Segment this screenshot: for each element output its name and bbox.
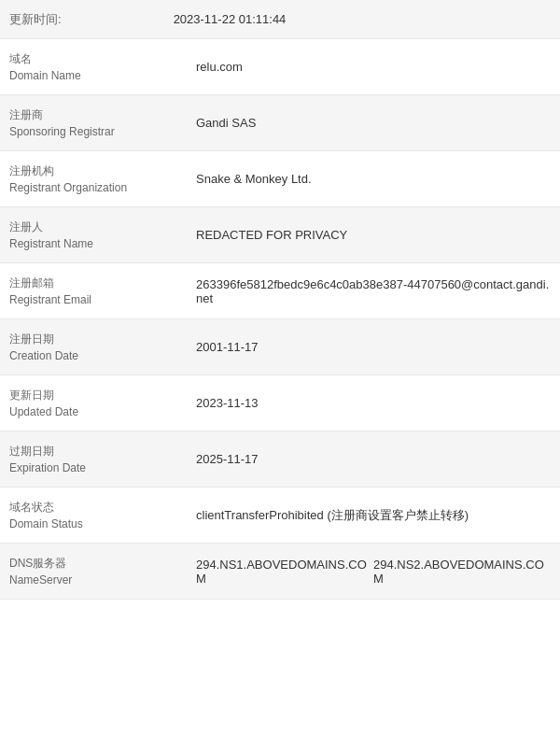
label-zh-registrant-email: 注册邮箱: [9, 276, 177, 291]
value-cell-registrant-name: REDACTED FOR PRIVACY: [187, 207, 560, 262]
label-en-registrant-name: Registrant Name: [9, 237, 177, 250]
label-zh-nameserver: DNS服务器: [9, 556, 177, 572]
value-cell-registrant-email: 263396fe5812fbedc9e6c4c0ab38e387-4470756…: [187, 263, 560, 318]
value-cell-nameserver: 294.NS1.ABOVEDOMAINS.COM294.NS2.ABOVEDOM…: [187, 544, 560, 599]
row-updated-date: 更新日期Updated Date2023-11-13: [0, 375, 560, 431]
label-en-registrant-organization: Registrant Organization: [9, 181, 177, 194]
value-cell-updated-date: 2023-11-13: [187, 375, 560, 431]
row-sponsoring-registrar: 注册商Sponsoring RegistrarGandi SAS: [0, 95, 560, 151]
label-cell-registrant-organization: 注册机构Registrant Organization: [0, 151, 187, 206]
label-en-sponsoring-registrar: Sponsoring Registrar: [9, 125, 177, 138]
label-en-domain-name: Domain Name: [9, 69, 177, 82]
label-cell-expiration-date: 过期日期Expiration Date: [0, 431, 187, 487]
label-zh-domain-name: 域名: [9, 51, 177, 67]
label-zh-sponsoring-registrar: 注册商: [9, 107, 177, 123]
label-cell-registrant-name: 注册人Registrant Name: [0, 207, 187, 262]
label-cell-registrant-email: 注册邮箱Registrant Email: [0, 263, 187, 318]
value-cell-expiration-date: 2025-11-17: [187, 431, 560, 487]
label-en-creation-date: Creation Date: [9, 349, 177, 362]
row-domain-status: 域名状态Domain StatusclientTransferProhibite…: [0, 488, 560, 544]
row-nameserver: DNS服务器NameServer294.NS1.ABOVEDOMAINS.COM…: [0, 544, 560, 600]
row-registrant-name: 注册人Registrant NameREDACTED FOR PRIVACY: [0, 207, 560, 263]
label-zh-registrant-name: 注册人: [9, 219, 177, 235]
label-zh-expiration-date: 过期日期: [9, 444, 177, 459]
value-cell-creation-date: 2001-11-17: [187, 319, 560, 375]
label-en-nameserver: NameServer: [9, 573, 177, 587]
row-domain-name: 域名Domain Namerelu.com: [0, 39, 560, 95]
label-cell-updated-date: 更新日期Updated Date: [0, 375, 187, 431]
value-cell-domain-name: relu.com: [187, 39, 560, 94]
data-table: 域名Domain Namerelu.com注册商Sponsoring Regis…: [0, 39, 560, 600]
label-en-domain-status: Domain Status: [9, 517, 177, 530]
label-cell-nameserver: DNS服务器NameServer: [0, 544, 187, 599]
label-zh-domain-status: 域名状态: [9, 500, 177, 516]
value-cell-domain-status: clientTransferProhibited (注册商设置客户禁止转移): [187, 488, 560, 543]
label-cell-sponsoring-registrar: 注册商Sponsoring Registrar: [0, 95, 187, 150]
update-row: 更新时间: 2023-11-22 01:11:44: [0, 0, 560, 39]
label-en-expiration-date: Expiration Date: [9, 461, 177, 474]
row-registrant-organization: 注册机构Registrant OrganizationSnake & Monke…: [0, 151, 560, 207]
value-cell-registrant-organization: Snake & Monkey Ltd.: [187, 151, 560, 206]
row-registrant-email: 注册邮箱Registrant Email263396fe5812fbedc9e6…: [0, 263, 560, 319]
label-zh-creation-date: 注册日期: [9, 332, 177, 347]
update-label: 更新时间:: [9, 11, 62, 28]
label-zh-updated-date: 更新日期: [9, 388, 177, 403]
update-value: 2023-11-22 01:11:44: [174, 12, 287, 26]
label-cell-domain-status: 域名状态Domain Status: [0, 488, 187, 543]
label-en-updated-date: Updated Date: [9, 405, 177, 418]
label-cell-creation-date: 注册日期Creation Date: [0, 319, 187, 375]
row-creation-date: 注册日期Creation Date2001-11-17: [0, 319, 560, 375]
value-cell-sponsoring-registrar: Gandi SAS: [187, 95, 560, 150]
label-en-registrant-email: Registrant Email: [9, 293, 177, 306]
label-cell-domain-name: 域名Domain Name: [0, 39, 187, 94]
row-expiration-date: 过期日期Expiration Date2025-11-17: [0, 431, 560, 488]
label-zh-registrant-organization: 注册机构: [9, 163, 177, 179]
